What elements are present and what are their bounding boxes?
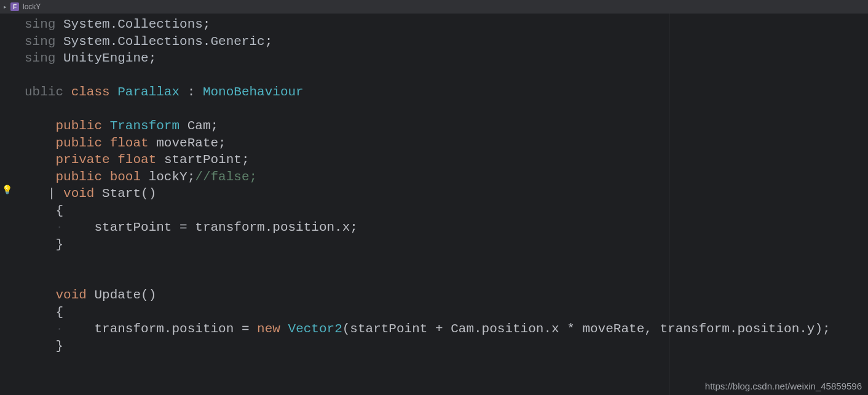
breadcrumb-expand-icon[interactable]: ▸	[4, 4, 7, 10]
code-id: Cam	[187, 119, 211, 133]
indent-guide: ·	[55, 322, 63, 336]
code-stmt: transform.position =	[94, 322, 257, 336]
code-keyword: void	[55, 288, 94, 302]
code-type: MonoBehaviour	[203, 85, 304, 99]
code-punc: ;	[149, 51, 157, 65]
code-punc: ;	[187, 170, 195, 184]
code-area[interactable]: sing System.Collections; sing System.Col…	[14, 14, 831, 395]
code-keyword: sing	[25, 51, 63, 65]
code-namespace: System.Collections	[63, 17, 203, 31]
code-brace: {	[55, 305, 63, 319]
code-namespace: UnityEngine	[63, 51, 149, 65]
code-keyword: bool	[110, 170, 149, 184]
code-punc: ()	[141, 288, 156, 302]
code-keyword: class	[71, 85, 118, 99]
code-punc: ;	[203, 17, 211, 31]
code-type: Vector2	[288, 322, 342, 336]
code-stmt: startPoint = transform.position.x;	[94, 220, 357, 234]
code-keyword: ublic	[25, 85, 71, 99]
watermark: https://blog.csdn.net/weixin_45859596	[705, 381, 862, 391]
code-keyword: public	[55, 136, 109, 150]
code-keyword: private	[55, 153, 117, 167]
code-comment: //false;	[195, 170, 257, 184]
code-method: Start	[102, 186, 141, 201]
code-keyword: float	[110, 136, 157, 150]
code-id: moveRate	[156, 136, 218, 150]
code-keyword: public	[55, 119, 109, 133]
lightbulb-icon[interactable]: 💡	[2, 185, 12, 195]
code-punc: ;	[265, 34, 273, 49]
code-punc: ;	[218, 136, 226, 150]
code-type: Transform	[110, 119, 187, 133]
code-namespace: System.Collections.Generic	[63, 34, 265, 49]
code-brace: }	[55, 237, 63, 252]
cursor: |	[48, 186, 56, 201]
code-method: Update	[94, 288, 141, 302]
file-type-badge: F	[10, 2, 19, 11]
code-punc: :	[187, 85, 203, 99]
code-punc: ()	[141, 186, 156, 201]
code-punc: ;	[210, 119, 218, 133]
code-brace: {	[55, 204, 63, 218]
code-keyword: float	[117, 153, 164, 167]
code-punc: ;	[242, 153, 250, 167]
code-id: startPoint	[164, 153, 242, 167]
code-stmt: (startPoint + Cam.position.x * moveRate,…	[342, 322, 831, 336]
indent-guide: ·	[55, 220, 63, 234]
gutter: 💡	[0, 14, 14, 395]
code-brace: }	[55, 339, 63, 353]
code-id: lockY	[149, 170, 187, 184]
code-type: Parallax	[117, 85, 187, 99]
code-keyword: void	[63, 186, 102, 201]
code-keyword: public	[55, 170, 109, 184]
code-keyword: sing	[25, 17, 63, 31]
code-keyword: new	[257, 322, 288, 336]
code-keyword: sing	[25, 34, 63, 49]
breadcrumb-label[interactable]: lockY	[23, 2, 41, 11]
breadcrumb[interactable]: ▸ F lockY	[0, 0, 868, 14]
code-editor[interactable]: 💡 sing System.Collections; sing System.C…	[0, 14, 868, 395]
